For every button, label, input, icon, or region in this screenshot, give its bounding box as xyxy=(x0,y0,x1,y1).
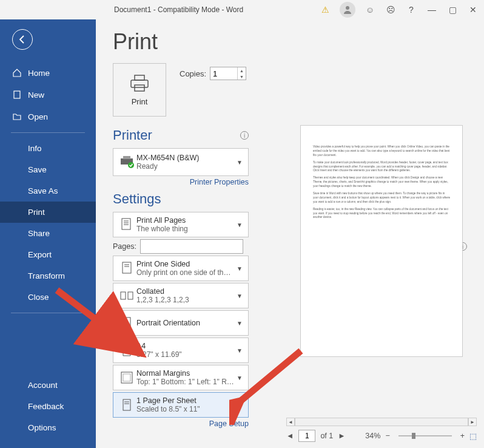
print-range-dropdown[interactable]: Print All PagesThe whole thing ▼ xyxy=(113,212,249,237)
printer-icon xyxy=(117,155,136,169)
titlebar: Document1 - Compatibility Mode - Word ⚠ … xyxy=(0,0,484,19)
warning-icon[interactable]: ⚠ xyxy=(319,4,331,16)
sidebar-item-options[interactable]: Options xyxy=(0,417,96,438)
info-icon[interactable]: i xyxy=(240,131,249,140)
svg-point-0 xyxy=(346,6,349,10)
sidebar-item-transform[interactable]: Transform xyxy=(0,265,96,287)
back-button[interactable] xyxy=(12,29,33,50)
orientation-dropdown[interactable]: Portrait Orientation ▼ xyxy=(113,310,249,336)
pages-icon xyxy=(117,217,136,232)
zoom-slider[interactable] xyxy=(398,435,452,436)
sidebar-item-share[interactable]: Share xyxy=(0,223,96,244)
maximize-icon[interactable]: ▢ xyxy=(446,4,459,16)
scroll-left-icon[interactable]: ◄ xyxy=(286,418,295,426)
svg-rect-4 xyxy=(135,85,144,91)
chevron-down-icon: ▼ xyxy=(235,159,244,166)
svg-point-7 xyxy=(128,162,134,168)
copies-down-icon[interactable]: ▼ xyxy=(238,73,246,80)
sidebar-item-save[interactable]: Save xyxy=(0,159,96,180)
sided-dropdown[interactable]: Print One SidedOnly print on one side of… xyxy=(113,256,249,281)
pages-label: Pages: xyxy=(113,242,136,251)
account-icon[interactable] xyxy=(340,2,355,18)
sidebar-item-account[interactable]: Account xyxy=(0,375,96,396)
margins-dropdown[interactable]: Normal MarginsTop: 1" Bottom: 1" Left: 1… xyxy=(113,365,249,390)
print-preview: Video provides a powerful way to help yo… xyxy=(279,19,484,448)
chevron-down-icon: ▼ xyxy=(235,347,244,354)
preview-page: Video provides a powerful way to help yo… xyxy=(300,125,463,357)
sidebar-item-saveas[interactable]: Save As xyxy=(0,180,96,202)
zoom-label: 34% xyxy=(365,432,380,440)
help-icon[interactable]: ? xyxy=(405,4,417,16)
portrait-icon xyxy=(117,316,136,330)
prev-page-icon[interactable]: ◄ xyxy=(286,432,294,440)
collated-dropdown[interactable]: Collated1,2,3 1,2,3 1,2,3 ▼ xyxy=(113,283,249,308)
svg-rect-8 xyxy=(122,219,130,229)
chevron-down-icon: ▼ xyxy=(235,320,244,327)
svg-rect-12 xyxy=(123,262,131,273)
window-title: Document1 - Compatibility Mode - Word xyxy=(114,5,243,14)
next-page-icon[interactable]: ► xyxy=(338,432,345,440)
preview-scrollbar[interactable]: ◄ ► xyxy=(286,418,477,426)
backstage-sidebar: Home New Open Info Save Save As Print Sh… xyxy=(0,19,96,448)
chevron-down-icon: ▼ xyxy=(235,402,244,409)
copies-up-icon[interactable]: ▲ xyxy=(238,67,246,73)
settings-heading: Settings xyxy=(113,191,161,207)
svg-rect-20 xyxy=(123,399,130,410)
scale-dropdown[interactable]: 1 Page Per SheetScaled to 8.5" x 11" ▼ xyxy=(113,392,249,418)
frown-icon[interactable]: ☹ xyxy=(385,4,397,16)
sidebar-item-open[interactable]: Open xyxy=(0,106,96,127)
page-total: of 1 xyxy=(320,432,333,440)
copies-label: Copies: xyxy=(180,69,206,78)
margins-icon xyxy=(117,371,136,384)
printer-properties-link[interactable]: Printer Properties xyxy=(113,178,249,186)
collated-icon xyxy=(117,290,136,301)
sidebar-item-export[interactable]: Export xyxy=(0,244,96,265)
svg-rect-17 xyxy=(123,317,130,328)
printer-heading: Printer xyxy=(113,127,152,143)
sidebar-item-new[interactable]: New xyxy=(0,84,96,106)
sidebar-item-home[interactable]: Home xyxy=(0,62,96,84)
paper-dropdown[interactable]: A48.27" x 11.69" ▼ xyxy=(113,338,249,363)
print-button[interactable]: Print xyxy=(113,63,166,117)
copies-input[interactable]: 1 ▲▼ xyxy=(210,67,246,80)
paper-icon xyxy=(117,344,136,357)
pages-input[interactable] xyxy=(140,239,243,254)
zoom-out-icon[interactable]: − xyxy=(385,432,389,440)
chevron-down-icon: ▼ xyxy=(235,293,244,299)
sidebar-item-print[interactable]: Print xyxy=(0,202,96,223)
sidebar-item-info[interactable]: Info xyxy=(0,138,96,159)
svg-rect-6 xyxy=(123,156,130,159)
svg-rect-1 xyxy=(14,91,20,98)
per-sheet-icon xyxy=(117,398,136,412)
svg-rect-19 xyxy=(123,374,130,381)
one-sided-icon xyxy=(117,261,136,276)
chevron-down-icon: ▼ xyxy=(235,222,244,228)
svg-rect-3 xyxy=(131,80,148,87)
chevron-down-icon: ▼ xyxy=(235,375,244,381)
sidebar-item-close[interactable]: Close xyxy=(0,287,96,308)
page-number-input[interactable] xyxy=(298,430,315,442)
page-setup-link[interactable]: Page Setup xyxy=(113,419,249,428)
close-icon[interactable]: ✕ xyxy=(467,4,479,16)
sidebar-item-feedback[interactable]: Feedback xyxy=(0,396,96,417)
scroll-right-icon[interactable]: ► xyxy=(468,418,477,426)
chevron-down-icon: ▼ xyxy=(235,265,244,272)
fit-page-icon[interactable]: ⬚ xyxy=(469,432,477,441)
svg-rect-2 xyxy=(135,75,144,80)
minimize-icon[interactable]: — xyxy=(426,4,438,16)
smile-icon[interactable]: ☺ xyxy=(364,4,376,16)
svg-rect-16 xyxy=(128,292,133,299)
zoom-in-icon[interactable]: + xyxy=(460,432,465,440)
svg-rect-15 xyxy=(121,292,126,299)
printer-dropdown[interactable]: MX-M654N (B&W)Ready ▼ xyxy=(113,148,249,176)
